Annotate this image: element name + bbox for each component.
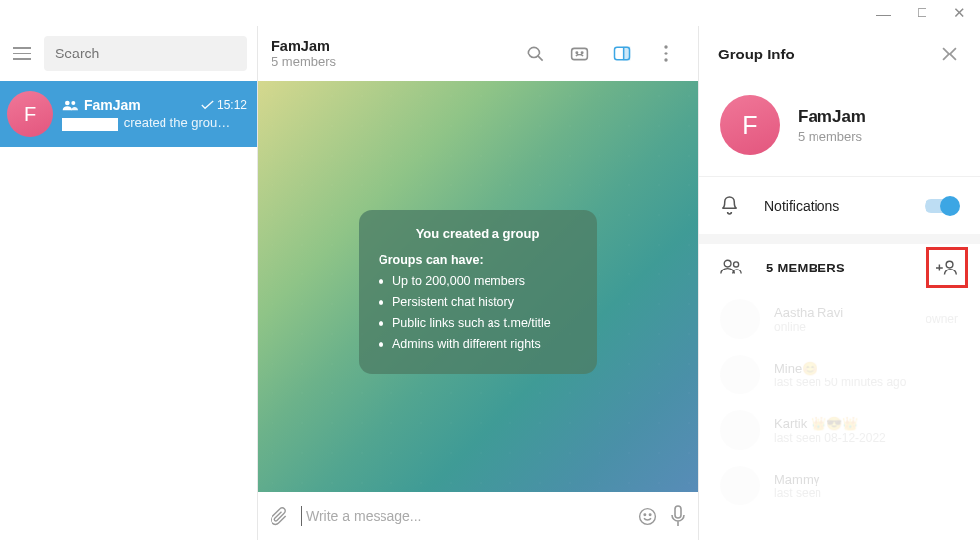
svg-point-23 xyxy=(734,261,739,266)
group-subtitle: 5 members xyxy=(798,129,866,144)
svg-point-3 xyxy=(65,101,70,106)
svg-rect-19 xyxy=(675,506,681,518)
members-list: Aastha RavionlineownerMine😊last seen 50 … xyxy=(699,291,980,513)
member-status: last seen 08-12-2022 xyxy=(774,431,886,445)
member-row[interactable]: Aastha Ravionlineowner xyxy=(699,291,980,347)
chat-avatar: F xyxy=(7,91,53,137)
svg-rect-12 xyxy=(624,47,630,59)
svg-point-18 xyxy=(649,513,651,515)
chat-background: You created a group Groups can have: Up … xyxy=(258,81,698,492)
search-field[interactable] xyxy=(44,36,247,71)
minimize-icon[interactable]: — xyxy=(876,5,891,22)
member-avatar xyxy=(720,410,760,450)
group-name: FamJam xyxy=(798,107,866,127)
member-avatar xyxy=(720,299,760,339)
member-status: last seen xyxy=(774,486,821,500)
video-chat-icon[interactable] xyxy=(561,36,597,71)
bell-icon xyxy=(720,194,740,218)
svg-point-13 xyxy=(664,45,667,48)
svg-point-22 xyxy=(724,260,731,267)
maximize-icon[interactable]: ☐ xyxy=(917,6,927,20)
emoji-icon[interactable] xyxy=(637,506,658,527)
group-profile: F FamJam 5 members xyxy=(699,81,980,176)
svg-point-14 xyxy=(664,52,667,54)
sidepanel-toggle-icon[interactable] xyxy=(604,36,640,71)
info-panel: Group Info F FamJam 5 members Notificati… xyxy=(699,26,980,540)
search-input[interactable] xyxy=(55,46,235,61)
member-name: Aastha Ravi xyxy=(774,305,843,320)
more-icon[interactable] xyxy=(648,36,684,71)
member-name: Mine😊 xyxy=(774,361,906,376)
card-title: You created a group xyxy=(379,226,577,241)
group-icon xyxy=(62,99,78,111)
group-avatar[interactable]: F xyxy=(720,95,780,155)
svg-point-17 xyxy=(644,513,646,515)
card-bullet: Public links such as t.me/title xyxy=(379,316,577,330)
member-status: last seen 50 minutes ago xyxy=(774,376,906,389)
card-bullet: Admins with different rights xyxy=(379,337,577,351)
chat-panel: FamJam 5 members You created a group Gro… xyxy=(258,26,699,540)
menu-button[interactable] xyxy=(10,42,34,65)
card-subtitle: Groups can have: xyxy=(379,253,577,267)
notifications-label: Notifications xyxy=(764,198,901,214)
window-titlebar: — ☐ ✕ xyxy=(0,0,980,26)
member-name: Kartik 👑😎👑 xyxy=(774,416,886,431)
voice-icon[interactable] xyxy=(670,505,686,527)
member-name: Mammy xyxy=(774,472,821,486)
compose-bar xyxy=(258,492,698,540)
card-bullets: Up to 200,000 members Persistent chat hi… xyxy=(379,274,577,351)
svg-point-5 xyxy=(528,47,539,57)
member-status: online xyxy=(774,320,843,334)
member-row[interactable]: Mammylast seen xyxy=(699,458,980,513)
group-created-card: You created a group Groups can have: Up … xyxy=(359,210,597,374)
search-icon[interactable] xyxy=(517,36,553,71)
add-member-button[interactable] xyxy=(926,247,968,288)
close-panel-icon[interactable] xyxy=(938,43,960,64)
svg-point-4 xyxy=(71,101,75,105)
members-icon xyxy=(720,259,742,277)
chat-title: FamJam xyxy=(272,38,336,54)
chat-subtitle: 5 members xyxy=(272,54,336,69)
svg-point-9 xyxy=(581,52,582,53)
notifications-row[interactable]: Notifications xyxy=(699,176,980,234)
member-tag: owner xyxy=(926,312,958,326)
members-count-label: 5 MEMBERS xyxy=(766,261,903,275)
member-avatar xyxy=(720,355,760,394)
chat-list-item[interactable]: F FamJam 15:12 created the grou… xyxy=(0,81,257,147)
member-row[interactable]: Kartik 👑😎👑last seen 08-12-2022 xyxy=(699,402,980,458)
svg-point-8 xyxy=(576,52,577,53)
chat-header: FamJam 5 members xyxy=(258,26,698,81)
chat-time: 15:12 xyxy=(201,98,247,112)
svg-point-15 xyxy=(664,58,667,61)
svg-line-6 xyxy=(537,55,542,60)
svg-point-16 xyxy=(640,508,656,524)
add-user-icon xyxy=(936,259,958,276)
sidebar: F FamJam 15:12 created the grou… xyxy=(0,26,258,540)
members-header: 5 MEMBERS xyxy=(699,234,980,291)
card-bullet: Up to 200,000 members xyxy=(379,274,577,288)
chat-preview: created the grou… xyxy=(62,115,247,130)
svg-point-24 xyxy=(946,261,953,268)
check-icon xyxy=(201,100,214,110)
chat-name: FamJam xyxy=(84,97,141,113)
card-bullet: Persistent chat history xyxy=(379,295,577,309)
svg-rect-7 xyxy=(571,48,587,59)
member-avatar xyxy=(720,466,760,505)
close-window-icon[interactable]: ✕ xyxy=(953,4,966,22)
member-row[interactable]: Mine😊last seen 50 minutes ago xyxy=(699,347,980,402)
message-input[interactable] xyxy=(301,506,625,526)
notifications-toggle[interactable] xyxy=(925,199,958,213)
attach-icon[interactable] xyxy=(270,505,289,527)
info-panel-title: Group Info xyxy=(718,46,795,62)
